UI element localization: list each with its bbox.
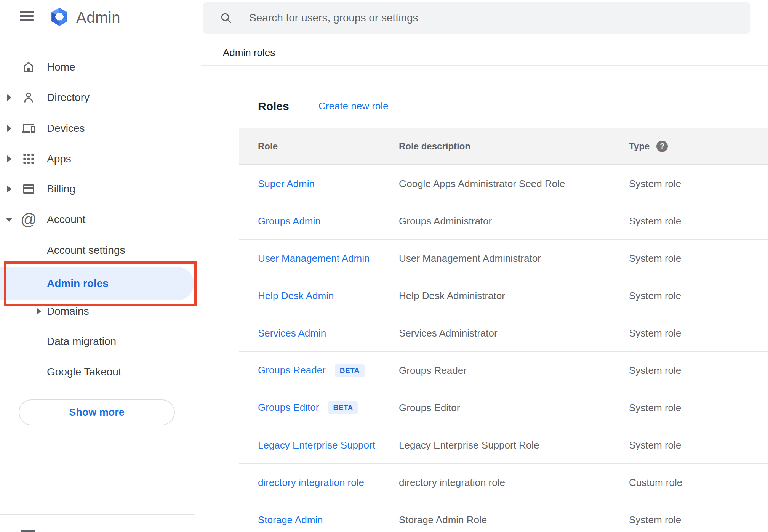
role-description: directory integration role: [399, 476, 505, 488]
header-divider: [201, 65, 768, 66]
role-link[interactable]: Super Admin: [258, 178, 315, 189]
role-description: User Management Administrator: [399, 252, 541, 264]
role-description: Legacy Enterprise Support Role: [399, 439, 539, 451]
admin-hexagon-icon: [49, 7, 70, 28]
role-type: System role: [629, 252, 681, 264]
table-row: Storage Admin Storage Admin Role System …: [239, 501, 768, 532]
role-link[interactable]: User Management Admin: [258, 252, 370, 264]
role-description: Storage Admin Role: [399, 514, 487, 526]
sidebar-item-label: Data migration: [47, 335, 116, 348]
sidebar-item-account-settings[interactable]: Account settings: [0, 235, 201, 266]
sidebar-item-label: Domains: [47, 305, 89, 317]
search-input[interactable]: Search for users, groups or settings: [203, 2, 750, 34]
sidebar-item-label: Home: [47, 61, 75, 73]
column-header-type: Type ?: [629, 141, 668, 152]
expand-arrow-icon[interactable]: [37, 308, 41, 314]
expand-arrow-icon[interactable]: [7, 155, 11, 162]
show-more-label: Show more: [69, 407, 125, 418]
role-description: Services Administrator: [399, 327, 498, 339]
role-description: Groups Reader: [399, 364, 467, 376]
card-title: Roles: [258, 100, 289, 113]
sidebar-item-label: Google Takeout: [47, 366, 122, 378]
role-type: System role: [629, 290, 681, 301]
role-link[interactable]: Legacy Enterprise Support: [258, 439, 375, 451]
table-row: User Management Admin User Management Ad…: [239, 240, 768, 277]
role-description: Groups Administrator: [399, 215, 492, 227]
sidebar-item-label: Account: [47, 213, 85, 226]
sidebar-item-google-takeout[interactable]: Google Takeout: [0, 357, 201, 387]
expand-arrow-icon[interactable]: [7, 94, 11, 101]
create-new-role-link[interactable]: Create new role: [318, 100, 389, 112]
devices-icon: [22, 122, 35, 135]
role-type: System role: [629, 402, 681, 413]
expand-arrow-icon[interactable]: [7, 186, 11, 192]
app-title: Admin: [76, 9, 120, 26]
credit-card-icon: [22, 182, 35, 196]
table-row: Super Admin Google Apps Administrator Se…: [239, 165, 768, 202]
roles-table-body: Super Admin Google Apps Administrator Se…: [239, 165, 768, 532]
column-header-role: Role: [258, 141, 278, 152]
sidebar-item-domains[interactable]: Domains: [0, 296, 201, 327]
role-type: System role: [629, 178, 681, 189]
partial-icon: [21, 530, 35, 532]
table-header: Role Role description Type ?: [239, 128, 768, 165]
show-more-button[interactable]: Show more: [19, 399, 175, 425]
role-link[interactable]: Groups Reader: [258, 364, 326, 376]
role-link[interactable]: Groups Admin: [258, 215, 321, 227]
main-content: Search for users, groups or settings Adm…: [201, 0, 768, 532]
sidebar-item-data-migration[interactable]: Data migration: [0, 326, 201, 357]
sidebar-item-label: Account settings: [47, 244, 125, 256]
at-sign-icon: @: [22, 213, 35, 226]
role-link[interactable]: Groups Editor: [258, 402, 319, 413]
search-placeholder: Search for users, groups or settings: [249, 12, 418, 24]
role-description: Google Apps Administrator Seed Role: [399, 178, 565, 189]
sidebar-item-directory[interactable]: Directory: [0, 82, 201, 113]
column-header-description: Role description: [399, 141, 470, 152]
sidebar-item-billing[interactable]: Billing: [0, 174, 201, 204]
sidebar-item-label: Billing: [47, 183, 75, 195]
table-row: directory integration role directory int…: [239, 464, 768, 501]
sidebar-item-label: Devices: [47, 122, 85, 135]
breadcrumb: Admin roles: [223, 47, 275, 59]
table-row: Groups Editor BETA Groups Editor System …: [239, 389, 768, 426]
sidebar-item-account[interactable]: @ Account: [0, 204, 201, 235]
table-row: Help Desk Admin Help Desk Administrator …: [239, 277, 768, 314]
sidebar-divider: [0, 514, 195, 515]
role-link[interactable]: Storage Admin: [258, 514, 323, 526]
table-row: Services Admin Services Administrator Sy…: [239, 314, 768, 352]
sidebar-item-apps[interactable]: Apps: [0, 144, 201, 174]
role-type: System role: [629, 364, 681, 376]
menu-icon[interactable]: [20, 11, 34, 21]
table-row: Legacy Enterprise Support Legacy Enterpr…: [239, 426, 768, 464]
role-type: System role: [629, 514, 681, 526]
sidebar-item-home[interactable]: Home: [0, 52, 201, 82]
role-type: System role: [629, 439, 681, 451]
home-icon: [22, 60, 35, 74]
expand-arrow-icon[interactable]: [7, 125, 11, 132]
role-link[interactable]: Services Admin: [258, 327, 326, 339]
role-type: Custom role: [629, 476, 682, 488]
sidebar-item-admin-roles[interactable]: Admin roles: [0, 268, 201, 299]
person-icon: [22, 91, 35, 104]
role-description: Help Desk Administrator: [399, 290, 505, 301]
role-type: System role: [629, 215, 681, 227]
role-link[interactable]: Help Desk Admin: [258, 290, 334, 301]
sidebar-item-label: Admin roles: [47, 277, 109, 290]
search-icon: [219, 11, 232, 24]
beta-badge: BETA: [335, 364, 365, 377]
beta-badge: BETA: [328, 401, 358, 414]
role-description: Groups Editor: [399, 402, 460, 413]
role-link[interactable]: directory integration role: [258, 476, 364, 488]
sidebar-item-label: Directory: [47, 91, 90, 104]
collapse-arrow-icon[interactable]: [6, 218, 13, 222]
apps-grid-icon: [22, 152, 35, 166]
sidebar-item-label: Apps: [47, 153, 71, 165]
sidebar-item-devices[interactable]: Devices: [0, 113, 201, 144]
app-logo: Admin: [49, 8, 120, 27]
role-type: System role: [629, 327, 681, 339]
sidebar: Admin Home Directory Devices: [0, 0, 201, 532]
table-row: Groups Reader BETA Groups Reader System …: [239, 352, 768, 389]
roles-card: Roles Create new role Role Role descript…: [239, 84, 768, 532]
help-icon[interactable]: ?: [656, 141, 668, 152]
roles-card-header: Roles Create new role: [239, 84, 768, 128]
